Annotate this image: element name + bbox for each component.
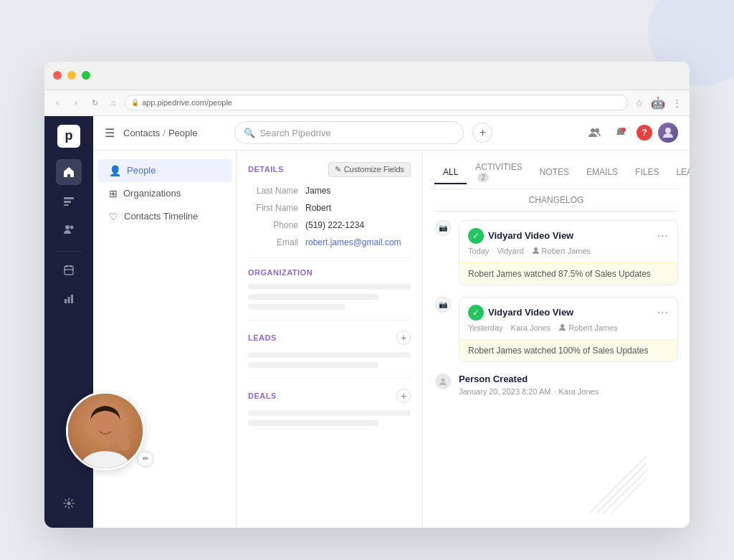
svg-line-24 [121, 431, 122, 436]
customize-label: Customize Fields [344, 165, 404, 174]
customize-fields-button[interactable]: ✎ Customize Fields [328, 162, 411, 177]
reload-button[interactable]: ↻ [87, 95, 102, 110]
person-created-content: Person Created January 20, 2023 8:20 AM … [459, 374, 599, 396]
section-divider-1 [248, 257, 411, 258]
tab-files[interactable]: FILES [626, 161, 667, 184]
sidebar-item-reports[interactable] [56, 286, 82, 312]
svg-rect-9 [65, 266, 73, 275]
top-nav-right: ? [585, 123, 678, 143]
bookmark-button[interactable]: ☆ [632, 95, 647, 110]
svg-rect-12 [71, 295, 73, 303]
tab-all[interactable]: ALL [434, 161, 467, 184]
activity-more-2[interactable]: ··· [657, 306, 669, 319]
org-icon: ⊞ [109, 188, 118, 199]
nav-item-organizations[interactable]: ⊞ Organizations [97, 182, 232, 205]
nav-item-people[interactable]: 👤 People [97, 159, 232, 182]
check-icon-1: ✓ [468, 228, 484, 244]
sidebar-item-settings[interactable] [56, 490, 82, 516]
svg-rect-4 [64, 197, 74, 199]
svg-line-26 [589, 456, 647, 513]
person-created-item: Person Created January 20, 2023 8:20 AM … [434, 374, 678, 396]
tab-notes[interactable]: NOTES [531, 161, 578, 184]
leads-section-header: LEADS + [248, 331, 411, 345]
field-label-email: Email [248, 237, 305, 247]
search-placeholder: Search Pipedrive [259, 128, 330, 138]
customize-icon: ✎ [335, 165, 341, 174]
sidebar-item-pipeline[interactable] [56, 188, 82, 214]
search-bar[interactable]: 🔍 Search Pipedrive [234, 121, 464, 144]
breadcrumb-parent[interactable]: Contacts [123, 128, 160, 138]
add-button[interactable]: + [472, 123, 492, 143]
contacts-icon-btn[interactable] [585, 123, 605, 143]
more-button[interactable]: ⋮ [669, 95, 684, 110]
section-divider-2 [248, 320, 411, 321]
tab-emails[interactable]: EMAILS [578, 161, 626, 184]
home-button[interactable]: ⌂ [106, 95, 120, 110]
org-placeholder-2 [248, 294, 378, 300]
activity-icon-col-2: 📷 [434, 297, 452, 362]
svg-point-0 [591, 128, 595, 133]
leads-placeholder-2 [248, 362, 378, 368]
activity-card-wrapper-1: ✓ Vidyard Video View ··· Today · Vidyar [459, 220, 678, 285]
org-placeholder-1 [248, 284, 411, 290]
field-label-firstname: First Name [248, 203, 305, 213]
sidebar-item-home[interactable] [56, 159, 82, 185]
edit-photo-button[interactable]: ✏ [138, 451, 153, 467]
details-section-header: DETAILS ✎ Customize Fields [248, 162, 411, 177]
close-button[interactable] [53, 71, 62, 80]
svg-rect-6 [64, 204, 69, 206]
activity-feed: 📷 ✓ Vidyard Video View ··· [434, 212, 678, 396]
address-bar[interactable]: 🔒 app.pipedrive.com/people [125, 95, 628, 110]
menu-icon[interactable]: ☰ [105, 126, 115, 140]
sidebar-item-contacts[interactable] [56, 217, 82, 242]
tabs-row: ALL ACTIVITIES 2 NOTES EMAILS FILES LEAD… [434, 151, 678, 189]
svg-point-13 [67, 501, 71, 505]
deals-placeholder-1 [248, 410, 411, 416]
leads-title: LEADS [248, 333, 277, 342]
sidebar-divider [56, 251, 82, 252]
search-icon: 🔍 [244, 128, 255, 138]
breadcrumb-current: People [168, 128, 197, 138]
activity-icon-col-1: 📷 [434, 220, 452, 285]
extension-icon: 🤖 [651, 95, 665, 110]
tab-changelog[interactable]: CHANGELOG [520, 192, 593, 208]
forward-button[interactable]: › [69, 95, 83, 110]
nav-item-org-label: Organizations [123, 188, 181, 199]
activity-source-2: Kara Jones [511, 323, 551, 332]
activity-title-2: Vidyard Video View [488, 307, 573, 318]
notifications-btn[interactable] [611, 123, 631, 143]
breadcrumb: Contacts / People [123, 128, 197, 138]
svg-point-1 [595, 128, 599, 133]
add-deal-button[interactable]: + [396, 389, 411, 403]
sidebar-item-activities[interactable] [56, 257, 82, 283]
maximize-button[interactable] [82, 71, 90, 80]
activity-time-2: Yesterday [468, 323, 503, 332]
tab-leads[interactable]: LEADS [667, 161, 690, 184]
tab-activities[interactable]: ACTIVITIES 2 [467, 156, 530, 189]
sidebar-logo[interactable]: p [57, 125, 80, 148]
minimize-button[interactable] [67, 71, 76, 80]
field-value-firstname: Robert [305, 203, 331, 213]
activity-card-2: ✓ Vidyard Video View ··· Yesterday · Ka [459, 297, 678, 362]
person-avatar-wrapper [66, 391, 145, 470]
leads-placeholder-1 [248, 352, 411, 358]
svg-line-25 [118, 432, 118, 437]
person-created-meta: January 20, 2023 8:20 AM · Kara Jones [459, 387, 599, 396]
field-value-lastname: James [305, 186, 330, 196]
person-created-date: January 20, 2023 8:20 AM [459, 387, 550, 396]
add-lead-button[interactable]: + [396, 331, 411, 345]
activity-person-2: Robert James [558, 323, 617, 332]
nav-item-timeline[interactable]: ♡ Contacts Timeline [97, 205, 232, 228]
field-first-name: First Name Robert [248, 203, 411, 213]
user-avatar[interactable] [658, 123, 678, 143]
nav-item-people-label: People [127, 165, 156, 176]
svg-point-7 [65, 225, 70, 229]
svg-point-15 [561, 324, 564, 328]
activity-title-1: Vidyard Video View [488, 230, 573, 241]
back-button[interactable]: ‹ [50, 95, 65, 110]
activity-more-1[interactable]: ··· [657, 229, 669, 242]
details-panel: DETAILS ✎ Customize Fields Last Name Jam… [237, 151, 423, 528]
svg-rect-10 [65, 299, 67, 303]
help-btn[interactable]: ? [637, 125, 652, 141]
section-divider-3 [248, 378, 411, 379]
